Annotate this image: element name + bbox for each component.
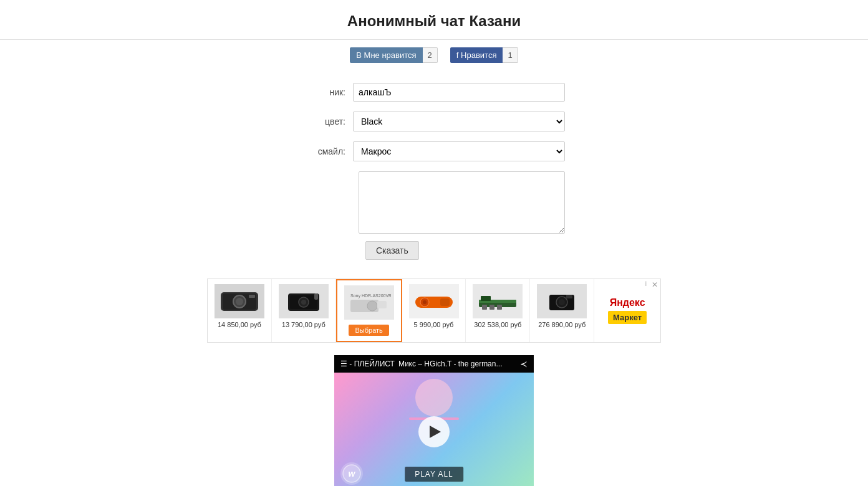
message-row <box>303 171 565 234</box>
page-header: Анонимный чат Казани <box>0 0 868 40</box>
svg-rect-27 <box>566 295 572 298</box>
color-row: цвет: Black <box>303 112 565 131</box>
ads-close-icon[interactable]: ✕ <box>652 280 658 289</box>
svg-rect-20 <box>482 305 487 310</box>
ad-image-4 <box>409 284 459 318</box>
ad-image-6 <box>537 284 587 318</box>
ad-item-6: 276 890,00 руб <box>530 279 594 342</box>
chat-form: ник: цвет: Black смайл: Макрос Сказать <box>0 70 868 272</box>
ads-banner: i ✕ 14 850,00 руб <box>207 279 661 343</box>
svg-point-16 <box>423 300 427 304</box>
svg-rect-21 <box>489 305 494 310</box>
nick-input[interactable] <box>353 83 565 102</box>
video-header-left: ☰ - ПЛЕЙЛИСТ Микс – HGich.T - the german… <box>340 360 502 368</box>
svg-point-3 <box>236 298 243 305</box>
video-art <box>409 379 459 421</box>
vk-like-button-group: В Мне нравится 2 <box>350 47 438 63</box>
page-title: Анонимный чат Казани <box>0 12 868 30</box>
fb-like-button[interactable]: f Нравится <box>450 47 503 63</box>
svg-point-8 <box>301 300 306 305</box>
nick-row: ник: <box>303 83 565 102</box>
ad-image-5 <box>473 284 523 318</box>
smile-label: смайл: <box>303 146 353 156</box>
ad-item-4: 5 990,00 руб <box>402 279 466 342</box>
yandex-market-brand: Яндекс Маркет <box>594 279 660 342</box>
ad-price-5: 302 538,00 руб <box>474 321 521 328</box>
video-thumbnail[interactable]: PLAY ALL w <box>334 373 534 486</box>
submit-row: Сказать <box>303 241 565 260</box>
ad-price-1: 14 850,00 руб <box>218 321 261 328</box>
svg-rect-22 <box>497 305 502 310</box>
svg-text:w: w <box>349 469 356 479</box>
fb-like-count: 1 <box>503 47 518 63</box>
ad-image-2 <box>279 284 329 318</box>
message-textarea[interactable] <box>359 171 565 234</box>
color-select[interactable]: Black <box>353 112 565 131</box>
ads-info-icon: i <box>645 280 647 287</box>
video-section: ☰ - ПЛЕЙЛИСТ Микс – HGich.T - the german… <box>0 349 868 486</box>
social-buttons-container: В Мне нравится 2 f Нравится 1 <box>0 40 868 70</box>
vk-like-count: 2 <box>423 47 438 63</box>
color-label: цвет: <box>303 117 353 126</box>
video-play-all-label[interactable]: PLAY ALL <box>405 467 463 482</box>
ad-image-3: Sony HDR-AS200VR <box>344 285 394 320</box>
svg-rect-4 <box>249 295 255 298</box>
svg-rect-9 <box>314 293 318 300</box>
ad-item-3: Sony HDR-AS200VR Выбрать <box>336 279 402 342</box>
svg-rect-13 <box>377 301 387 308</box>
video-title: Микс – HGich.T - the german... <box>398 360 503 368</box>
ad-select-button-3[interactable]: Выбрать <box>349 325 388 336</box>
svg-point-26 <box>559 299 565 305</box>
nick-label: ник: <box>303 87 353 97</box>
share-icon[interactable]: ≺ <box>520 359 528 369</box>
video-play-button[interactable] <box>418 416 450 447</box>
smile-row: смайл: Макрос <box>303 141 565 161</box>
ad-image-1 <box>215 284 264 318</box>
ad-item-1: 14 850,00 руб <box>208 279 272 342</box>
svg-text:Sony HDR-AS200VR: Sony HDR-AS200VR <box>350 293 391 298</box>
ad-item-5: 302 538,00 руб <box>466 279 530 342</box>
svg-rect-17 <box>440 298 450 306</box>
svg-rect-23 <box>481 296 491 301</box>
ad-item-2: 13 790,00 руб <box>272 279 336 342</box>
ad-price-2: 13 790,00 руб <box>282 321 326 328</box>
fb-like-button-group: f Нравится 1 <box>450 47 518 63</box>
video-player: ☰ - ПЛЕЙЛИСТ Микс – HGich.T - the german… <box>334 355 534 486</box>
say-button[interactable]: Сказать <box>365 241 419 260</box>
smile-select[interactable]: Макрос <box>353 141 565 161</box>
playlist-icon: ☰ - ПЛЕЙЛИСТ <box>340 360 395 368</box>
svg-point-12 <box>367 301 377 311</box>
video-header: ☰ - ПЛЕЙЛИСТ Микс – HGich.T - the german… <box>334 355 534 373</box>
ad-price-4: 5 990,00 руб <box>414 321 454 328</box>
vk-like-button[interactable]: В Мне нравится <box>350 47 422 63</box>
ads-section: i ✕ 14 850,00 руб <box>0 272 868 349</box>
video-watermark-icon: w <box>340 462 363 485</box>
yandex-text: Яндекс <box>610 297 645 308</box>
market-badge: Маркет <box>608 311 647 324</box>
ad-price-6: 276 890,00 руб <box>538 321 586 328</box>
